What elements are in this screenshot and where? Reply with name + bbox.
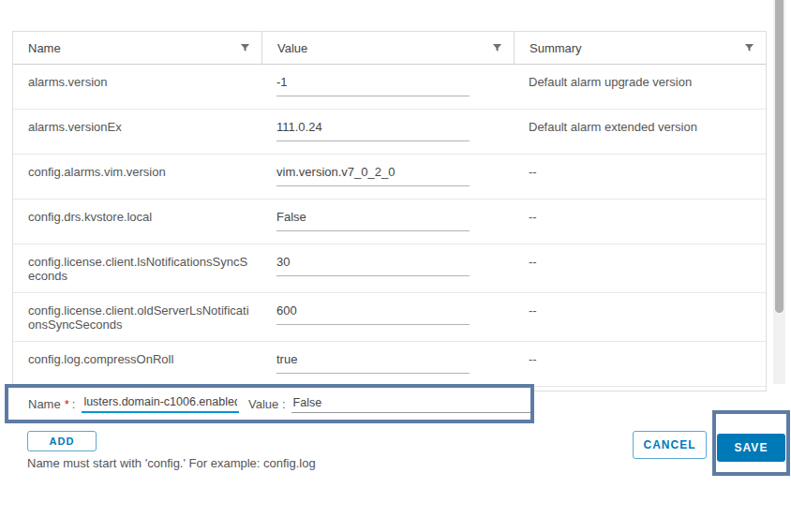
setting-value-field[interactable]: true <box>261 342 514 386</box>
setting-value-field[interactable]: 600 <box>261 293 514 341</box>
scrollbar-thumb[interactable] <box>775 0 784 313</box>
setting-value-field[interactable]: -1 <box>261 65 514 109</box>
cancel-button[interactable]: CANCEL <box>633 431 707 459</box>
setting-name: alarms.versionEx <box>13 110 261 154</box>
name-field-label: Name <box>28 397 61 411</box>
table-row[interactable]: alarms.version -1 Default alarm upgrade … <box>13 65 766 110</box>
setting-summary: -- <box>514 387 766 392</box>
setting-value-field[interactable]: 30 <box>261 244 514 292</box>
settings-table: Name Value Summary <box>12 31 767 392</box>
setting-name: config.drs.kvstore.local <box>13 200 261 244</box>
new-setting-name-input[interactable] <box>82 394 239 413</box>
setting-summary: -- <box>514 244 766 292</box>
filter-funnel-icon[interactable] <box>744 43 754 53</box>
vertical-scrollbar[interactable] <box>773 0 785 384</box>
setting-summary: Default alarm upgrade version <box>514 65 766 109</box>
value-field-label: Value : <box>248 397 286 411</box>
column-header-name: Name <box>13 32 261 64</box>
setting-summary: -- <box>514 293 766 341</box>
setting-name: config.alarms.vim.version <box>13 155 261 199</box>
advanced-settings-panel: Name Value Summary <box>0 0 791 532</box>
setting-name: config.license.client.lsNotificationsSyn… <box>13 244 261 292</box>
setting-summary: -- <box>514 155 766 199</box>
name-format-hint: Name must start with 'config.' For examp… <box>27 456 316 470</box>
table-row[interactable]: alarms.versionEx 111.0.24 Default alarm … <box>13 110 766 155</box>
table-row[interactable]: config.log.compressOnRoll true -- <box>13 342 766 387</box>
setting-value-field[interactable]: vim.version.v7_0_2_0 <box>261 155 514 199</box>
table-row[interactable]: config.alarms.vim.version vim.version.v7… <box>13 155 766 200</box>
setting-summary: -- <box>514 342 766 386</box>
filter-funnel-icon[interactable] <box>240 43 250 53</box>
column-header-value: Value <box>261 32 514 64</box>
name-label-separator: : <box>72 397 76 411</box>
add-setting-row: Name * : Value : <box>8 388 530 420</box>
setting-name: config.license.client.oldServerLsNotific… <box>13 293 261 341</box>
setting-name: alarms.version <box>13 65 261 109</box>
column-header-summary-label: Summary <box>530 41 582 55</box>
setting-value-field[interactable]: 111.0.24 <box>261 110 514 154</box>
column-header-value-label: Value <box>277 41 307 55</box>
setting-summary: -- <box>514 200 766 244</box>
save-button[interactable]: SAVE <box>717 434 785 462</box>
filter-funnel-icon[interactable] <box>492 43 502 53</box>
setting-name: config.log.compressOnRoll <box>13 342 261 386</box>
setting-summary: Default alarm extended version <box>514 110 766 154</box>
table-row[interactable]: config.license.client.oldServerLsNotific… <box>13 293 766 342</box>
table-row[interactable]: config.drs.kvstore.local False -- <box>13 200 766 244</box>
table-header-row: Name Value Summary <box>13 32 766 65</box>
column-header-name-label: Name <box>28 41 61 55</box>
highlight-box-add-row: Name * : Value : <box>5 384 534 423</box>
required-marker: * <box>65 397 69 411</box>
new-setting-value-input[interactable] <box>291 395 530 413</box>
column-header-summary: Summary <box>514 32 766 64</box>
setting-value-field[interactable]: False <box>261 200 514 244</box>
table-row[interactable]: config.license.client.lsNotificationsSyn… <box>13 244 766 293</box>
add-button[interactable]: ADD <box>27 431 97 451</box>
highlight-box-save: SAVE <box>712 410 790 476</box>
